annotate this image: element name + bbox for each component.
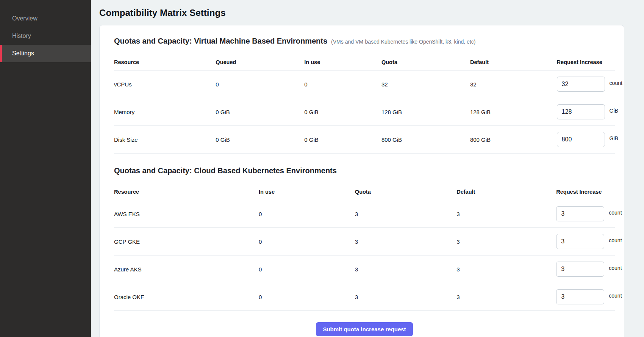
col-header-resource: Resource: [114, 189, 259, 195]
quota-value: 800 GiB: [381, 136, 470, 143]
request-increase-cell: count: [556, 262, 622, 277]
sidebar: Overview History Settings: [0, 0, 91, 337]
table-row-azure-aks: Azure AKS 0 3 3 count: [114, 255, 615, 283]
unit-label: count: [609, 265, 622, 271]
sidebar-item-history[interactable]: History: [0, 27, 91, 45]
request-increase-cell: count: [556, 206, 622, 221]
quota-value: 32: [381, 81, 470, 88]
cloud-section-title: Quotas and Capacity: Cloud Based Kuberne…: [114, 166, 337, 175]
col-header-in-use: In use: [259, 189, 355, 195]
table-row-vcpus: vCPUs 0 0 32 32 count: [114, 71, 615, 98]
col-header-quota: Quota: [355, 189, 456, 195]
table-row-aws-eks: AWS EKS 0 3 3 count: [114, 200, 615, 228]
quota-value: 3: [355, 294, 456, 300]
resource-name: vCPUs: [114, 81, 216, 88]
table-row-disk-size: Disk Size 0 GiB 0 GiB 800 GiB 800 GiB Gi…: [114, 126, 615, 154]
unit-label: count: [609, 237, 622, 243]
in-use-value: 0 GiB: [304, 136, 381, 143]
sidebar-item-label: History: [12, 33, 31, 39]
app-root: Overview History Settings Compatibility …: [0, 0, 644, 337]
sidebar-item-overview[interactable]: Overview: [0, 10, 91, 27]
table-row-oracle-oke: Oracle OKE 0 3 3 count: [114, 283, 615, 311]
unit-label: count: [609, 293, 622, 299]
main-content: Compatibility Matrix Settings Quotas and…: [91, 0, 644, 337]
queued-value: 0 GiB: [216, 136, 304, 143]
in-use-value: 0: [304, 81, 381, 88]
page-title: Compatibility Matrix Settings: [99, 8, 644, 18]
unit-label: count: [609, 210, 622, 216]
in-use-value: 0: [259, 266, 355, 273]
request-increase-input-memory[interactable]: [557, 104, 605, 119]
default-value: 3: [456, 266, 556, 273]
in-use-value: 0: [259, 238, 355, 245]
col-header-resource: Resource: [114, 59, 216, 65]
request-increase-cell: count: [556, 234, 622, 249]
col-header-default: Default: [456, 189, 556, 195]
in-use-value: 0: [259, 294, 355, 300]
quota-value: 3: [355, 211, 456, 217]
sidebar-item-settings[interactable]: Settings: [0, 45, 91, 62]
vm-section-header: Quotas and Capacity: Virtual Machine Bas…: [114, 37, 615, 45]
resource-name: Azure AKS: [114, 266, 259, 273]
default-value: 3: [456, 294, 556, 300]
quota-value: 3: [355, 266, 456, 273]
quota-value: 128 GiB: [381, 109, 470, 115]
request-increase-cell: GiB: [557, 132, 618, 147]
request-increase-input-aws-eks[interactable]: [556, 206, 604, 221]
vm-section-subtitle: (VMs and VM-based Kubernetes like OpenSh…: [331, 39, 475, 45]
queued-value: 0: [216, 81, 304, 88]
default-value: 3: [456, 238, 556, 245]
cloud-table-header: Resource In use Quota Default Request In…: [114, 183, 615, 200]
resource-name: GCP GKE: [114, 238, 259, 245]
default-value: 3: [456, 211, 556, 217]
quota-value: 3: [355, 238, 456, 245]
resource-name: Memory: [114, 109, 216, 115]
table-row-gcp-gke: GCP GKE 0 3 3 count: [114, 228, 615, 255]
col-header-queued: Queued: [216, 59, 304, 65]
queued-value: 0 GiB: [216, 109, 304, 115]
request-increase-input-oracle-oke[interactable]: [556, 289, 604, 304]
quotas-card: Quotas and Capacity: Virtual Machine Bas…: [99, 25, 624, 337]
col-header-in-use: In use: [304, 59, 381, 65]
request-increase-cell: GiB: [557, 104, 618, 119]
unit-label: count: [610, 80, 622, 86]
resource-name: Disk Size: [114, 136, 216, 143]
col-header-request-increase: Request Increase: [557, 59, 615, 65]
request-increase-input-gcp-gke[interactable]: [556, 234, 604, 249]
resource-name: Oracle OKE: [114, 294, 259, 300]
in-use-value: 0: [259, 211, 355, 217]
col-header-default: Default: [470, 59, 557, 65]
col-header-request-increase: Request Increase: [556, 189, 615, 195]
col-header-quota: Quota: [381, 59, 470, 65]
request-increase-cell: count: [557, 77, 622, 92]
sidebar-item-label: Overview: [12, 15, 38, 22]
default-value: 32: [470, 81, 557, 88]
submit-quota-increase-button[interactable]: Submit quota increase request: [316, 322, 413, 336]
vm-table-header: Resource Queued In use Quota Default Req…: [114, 54, 615, 71]
request-increase-input-disk-size[interactable]: [557, 132, 605, 147]
submit-row: Submit quota increase request: [114, 322, 615, 336]
request-increase-input-vcpus[interactable]: [557, 77, 605, 92]
cloud-section-header: Quotas and Capacity: Cloud Based Kuberne…: [114, 166, 615, 175]
sidebar-item-label: Settings: [12, 50, 34, 57]
default-value: 800 GiB: [470, 136, 557, 143]
default-value: 128 GiB: [470, 109, 557, 115]
unit-label: GiB: [610, 108, 618, 114]
cloud-quota-table: Resource In use Quota Default Request In…: [114, 183, 615, 311]
request-increase-input-azure-aks[interactable]: [556, 262, 604, 277]
vm-quota-table: Resource Queued In use Quota Default Req…: [114, 54, 615, 154]
resource-name: AWS EKS: [114, 211, 259, 217]
request-increase-cell: count: [556, 289, 622, 304]
vm-section-title: Quotas and Capacity: Virtual Machine Bas…: [114, 37, 327, 45]
in-use-value: 0 GiB: [304, 109, 381, 115]
unit-label: GiB: [610, 135, 618, 141]
table-row-memory: Memory 0 GiB 0 GiB 128 GiB 128 GiB GiB: [114, 98, 615, 126]
